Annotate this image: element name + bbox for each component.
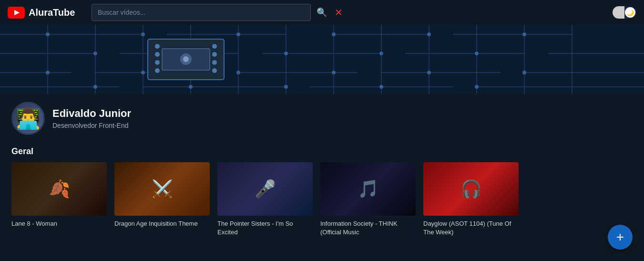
video-card[interactable]: 🎧Dayglow (ASOT 1104) (Tune Of The Week) <box>423 162 519 237</box>
geral-section: Geral 🍂Lane 8 - Woman⚔️Dragon Age Inquis… <box>0 143 644 242</box>
youtube-logo-icon <box>8 7 25 19</box>
svg-point-38 <box>522 32 526 36</box>
video-thumbnail: 🎵 <box>320 162 416 216</box>
svg-point-37 <box>427 32 431 36</box>
profile-title: Desenvolvedor Front-End <box>52 122 131 129</box>
svg-point-36 <box>332 32 336 36</box>
video-title: Dayglow (ASOT 1104) (Tune Of The Week) <box>423 219 519 237</box>
svg-point-43 <box>475 52 479 55</box>
section-title: Geral <box>11 146 633 157</box>
svg-point-46 <box>236 71 240 74</box>
header: AluraTube 🔍 ✕ 🌙 <box>0 0 644 25</box>
svg-point-39 <box>93 52 97 55</box>
svg-point-50 <box>93 85 97 89</box>
svg-point-48 <box>427 71 431 74</box>
theme-toggle-knob: 🌙 <box>625 7 635 18</box>
profile-section: 👨‍💻 Edivaldo Junior Desenvolvedor Front-… <box>0 94 644 143</box>
search-container: 🔍 ✕ <box>92 4 345 21</box>
svg-point-47 <box>332 71 336 74</box>
video-title: The Pointer Sisters - I'm So Excited <box>217 219 313 237</box>
svg-point-34 <box>141 32 145 36</box>
svg-point-45 <box>141 71 145 74</box>
svg-point-54 <box>475 85 479 89</box>
svg-point-53 <box>379 85 383 89</box>
svg-point-41 <box>284 52 288 55</box>
svg-point-58 <box>155 60 160 65</box>
video-grid: 🍂Lane 8 - Woman⚔️Dragon Age Inquisition … <box>11 162 633 237</box>
svg-point-57 <box>155 52 160 57</box>
video-title: Information Society - THINK (Official Mu… <box>320 219 416 237</box>
svg-point-59 <box>155 68 160 73</box>
svg-point-44 <box>46 71 50 74</box>
video-card[interactable]: ⚔️Dragon Age Inquisition Theme <box>114 162 210 237</box>
svg-point-66 <box>183 56 189 62</box>
video-card[interactable]: 🍂Lane 8 - Woman <box>11 162 107 237</box>
profile-name: Edivaldo Junior <box>52 107 131 120</box>
svg-point-35 <box>236 32 240 36</box>
svg-rect-2 <box>0 25 644 94</box>
svg-point-62 <box>212 60 217 65</box>
svg-point-60 <box>212 44 217 49</box>
svg-point-52 <box>284 85 288 89</box>
search-icon: 🔍 <box>317 7 327 18</box>
svg-point-63 <box>212 68 217 73</box>
moon-icon: 🌙 <box>626 9 634 16</box>
search-input[interactable] <box>92 4 311 21</box>
video-card[interactable]: 🎤The Pointer Sisters - I'm So Excited <box>217 162 313 237</box>
clear-icon: ✕ <box>335 7 343 18</box>
logo-area: AluraTube <box>8 7 84 19</box>
video-thumbnail: ⚔️ <box>114 162 210 216</box>
svg-point-49 <box>522 71 526 74</box>
video-title: Lane 8 - Woman <box>11 219 107 228</box>
svg-point-51 <box>189 85 193 89</box>
search-button[interactable]: 🔍 <box>315 5 329 20</box>
video-title: Dragon Age Inquisition Theme <box>114 219 210 228</box>
logo-text: AluraTube <box>29 7 75 18</box>
video-thumbnail: 🎧 <box>423 162 519 216</box>
profile-info: Edivaldo Junior Desenvolvedor Front-End <box>52 107 131 129</box>
circuit-background <box>0 25 644 94</box>
svg-point-33 <box>46 32 50 36</box>
video-thumbnail: 🎤 <box>217 162 313 216</box>
channel-banner <box>0 25 644 94</box>
add-button[interactable]: + <box>608 225 633 250</box>
clear-button[interactable]: ✕ <box>333 5 345 20</box>
video-card[interactable]: 🎵Information Society - THINK (Official M… <box>320 162 416 237</box>
svg-point-42 <box>379 52 383 55</box>
video-thumbnail: 🍂 <box>11 162 107 216</box>
svg-point-61 <box>212 52 217 57</box>
theme-toggle[interactable]: 🌙 <box>613 6 636 19</box>
avatar-image: 👨‍💻 <box>16 107 41 130</box>
svg-point-56 <box>155 44 160 49</box>
avatar: 👨‍💻 <box>11 102 45 135</box>
